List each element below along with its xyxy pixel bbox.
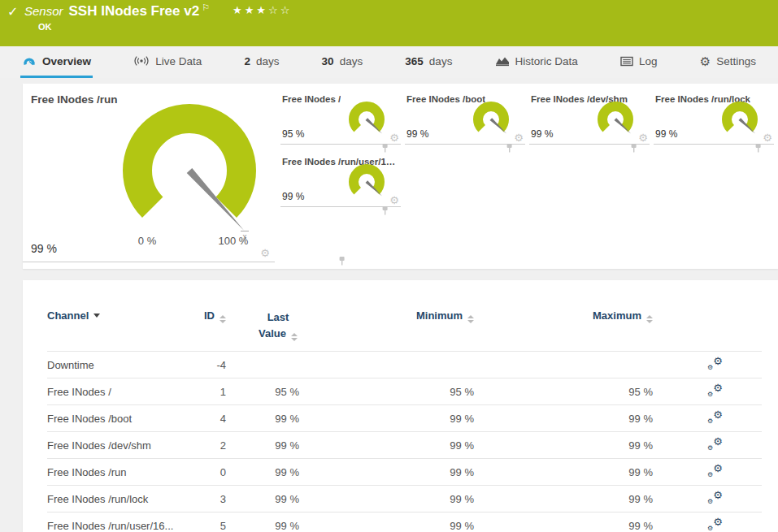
pin-icon[interactable] xyxy=(505,143,514,154)
channel-last-value xyxy=(226,352,299,378)
channel-last-value: 95 % xyxy=(226,378,299,405)
tab-365-days[interactable]: 365 days xyxy=(403,46,454,78)
channel-name: Free INodes /run/user/16... xyxy=(47,513,179,532)
column-header-id[interactable]: ID xyxy=(179,306,226,352)
live-data-icon xyxy=(133,55,150,67)
tab-2-days[interactable]: 2 days xyxy=(242,46,280,78)
gauge-settings-gear-icon[interactable]: ⚙ xyxy=(389,132,399,143)
mini-gauge-value: 99 % xyxy=(282,191,304,202)
log-icon xyxy=(620,56,633,67)
tab-bar: Overview Live Data 2 days 30 days 365 da… xyxy=(0,46,778,78)
tab-30-days[interactable]: 30 days xyxy=(320,46,365,78)
table-row: Free INodes / 1 95 % 95 % 95 % ⚙⚙ xyxy=(47,378,762,405)
channel-minimum xyxy=(299,352,474,378)
gauge-settings-gear-icon[interactable]: ⚙ xyxy=(389,195,399,205)
channel-settings-gears-icon[interactable]: ⚙⚙ xyxy=(707,357,723,370)
channel-maximum xyxy=(474,352,653,378)
channel-id: 4 xyxy=(179,405,226,432)
tab-historic-data-label: Historic Data xyxy=(515,55,578,67)
channel-name: Free INodes /boot xyxy=(47,405,179,432)
tab-historic-data[interactable]: Historic Data xyxy=(493,46,580,78)
column-header-last-label: Last xyxy=(267,311,289,323)
mini-gauge-panel[interactable]: Free INodes /run/user/16342... 99 % ⚙ xyxy=(280,150,401,207)
sort-icon[interactable] xyxy=(467,315,474,323)
table-row: Downtime -4 ⚙⚙ xyxy=(47,352,762,378)
channel-name: Downtime xyxy=(47,352,179,378)
tab-live-data-label: Live Data xyxy=(155,55,202,67)
table-row: Free INodes /boot 4 99 % 99 % 99 % ⚙⚙ xyxy=(47,405,762,432)
status-ok-check-icon: ✓ xyxy=(7,4,18,19)
object-kind-label: Sensor xyxy=(24,4,63,18)
mini-gauge-panel[interactable]: Free INodes / 95 % ⚙ xyxy=(280,88,401,145)
column-header-minimum[interactable]: Minimum xyxy=(299,306,474,352)
channel-maximum: 99 % xyxy=(474,405,653,432)
stars-filled[interactable]: ★★★ xyxy=(233,4,268,16)
mini-gauge-value: 99 % xyxy=(406,128,428,140)
table-row: Free INodes /run 0 99 % 99 % 99 % ⚙⚙ xyxy=(47,459,762,486)
channel-minimum: 99 % xyxy=(299,486,474,513)
mini-gauge-title: Free INodes / xyxy=(282,94,341,104)
flag-icon[interactable]: ⚐ xyxy=(202,2,210,12)
channel-settings-gears-icon[interactable]: ⚙⚙ xyxy=(707,464,723,478)
channel-last-value: 99 % xyxy=(226,486,299,513)
stars-empty[interactable]: ☆☆ xyxy=(268,4,292,16)
column-header-channel-label: Channel xyxy=(47,309,89,322)
gauge-settings-gear-icon[interactable]: ⚙ xyxy=(514,132,524,143)
channels-table: Channel ID LastValue Minimum Maximum Dow… xyxy=(47,306,762,532)
mini-gauge-panel[interactable]: Free INodes /boot 99 % ⚙ xyxy=(405,88,525,145)
tab-log[interactable]: Log xyxy=(619,46,659,78)
gauge-scale-min: 0 % xyxy=(138,235,157,247)
sort-icon[interactable] xyxy=(646,315,653,323)
sort-desc-icon[interactable] xyxy=(93,314,100,318)
channel-maximum: 95 % xyxy=(474,378,653,405)
mini-gauge-chart xyxy=(339,98,391,145)
column-header-last-value[interactable]: LastValue xyxy=(226,306,299,352)
sort-icon[interactable] xyxy=(219,315,226,323)
mini-gauge-chart xyxy=(339,161,391,208)
tab-overview[interactable]: Overview xyxy=(20,46,93,78)
table-row: Free INodes /run/user/16... 5 99 % 99 % … xyxy=(47,513,762,532)
pin-icon[interactable] xyxy=(629,143,638,154)
channel-settings-gears-icon[interactable]: ⚙⚙ xyxy=(707,437,723,451)
tab-settings-label: Settings xyxy=(716,55,756,67)
mini-gauge-chart xyxy=(588,98,640,145)
channel-settings-gears-icon[interactable]: ⚙⚙ xyxy=(707,410,723,424)
channel-maximum: 99 % xyxy=(474,513,653,532)
column-header-maximum-label: Maximum xyxy=(593,309,641,322)
tab-30-days-label: days xyxy=(340,55,363,67)
main-gauge-value: 99 % xyxy=(31,242,57,255)
channel-settings-gears-icon[interactable]: ⚙⚙ xyxy=(707,383,723,397)
sensor-header: ✓ SensorSSH INodes Free v2⚐★★★☆☆ OK xyxy=(0,0,778,46)
sort-icon[interactable] xyxy=(291,333,298,341)
gauge-settings-gear-icon[interactable]: ⚙ xyxy=(638,132,648,143)
column-header-channel[interactable]: Channel xyxy=(47,306,179,352)
gauge-settings-gear-icon[interactable]: ⚙ xyxy=(763,132,772,143)
channel-id: 3 xyxy=(179,486,226,513)
tab-live-data[interactable]: Live Data xyxy=(132,46,203,78)
tab-30-days-number: 30 xyxy=(322,55,334,67)
table-row: Free INodes /run/lock 3 99 % 99 % 99 % ⚙… xyxy=(47,486,762,513)
channel-settings-gears-icon[interactable]: ⚙⚙ xyxy=(707,491,723,504)
priority-stars[interactable]: ★★★☆☆ xyxy=(233,4,292,16)
pin-icon[interactable] xyxy=(754,143,763,154)
sensor-title: SSH INodes Free v2 xyxy=(69,3,200,19)
main-gauge-panel[interactable]: Free INodes /run x 0 % 100 % 99 % ⚙ xyxy=(23,84,275,262)
column-header-maximum[interactable]: Maximum xyxy=(474,306,653,352)
mini-gauge-chart xyxy=(463,98,515,145)
tab-settings[interactable]: ⚙ Settings xyxy=(698,46,758,78)
mini-gauge-panel[interactable]: Free INodes /run/lock 99 % ⚙ xyxy=(654,88,774,145)
channel-last-value: 99 % xyxy=(226,459,299,486)
pin-icon[interactable] xyxy=(337,256,346,266)
status-badge: OK xyxy=(38,22,52,32)
gauge-settings-gear-icon[interactable]: ⚙ xyxy=(260,248,270,258)
channel-name: Free INodes /run xyxy=(47,459,179,486)
mini-gauge-panel[interactable]: Free INodes /dev/shm 99 % ⚙ xyxy=(529,88,650,145)
tab-2-days-number: 2 xyxy=(244,55,250,67)
tab-2-days-label: days xyxy=(256,55,280,67)
channel-settings-gears-icon[interactable]: ⚙⚙ xyxy=(707,517,723,531)
channel-last-value: 99 % xyxy=(226,405,299,432)
pin-icon[interactable] xyxy=(380,205,389,216)
area-chart-icon xyxy=(495,55,510,67)
channel-id: 0 xyxy=(179,459,226,486)
tab-log-label: Log xyxy=(639,55,658,67)
